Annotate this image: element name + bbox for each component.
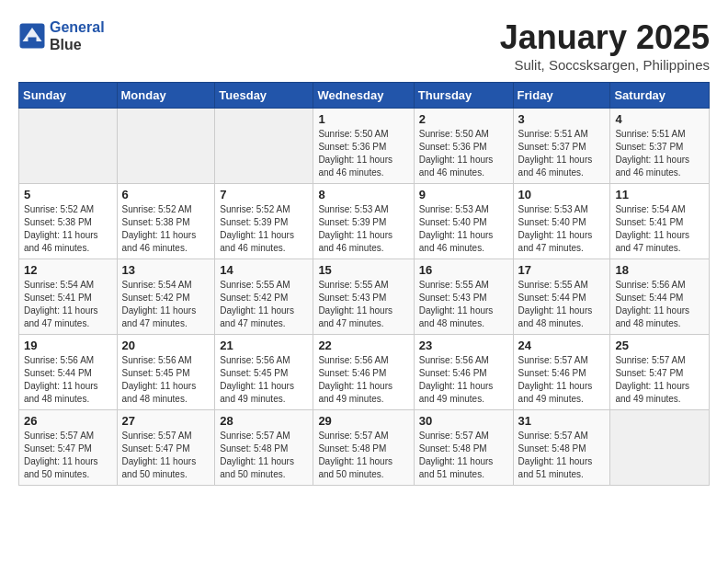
header-cell-sunday: Sunday: [19, 83, 118, 109]
day-info: Sunrise: 5:56 AM Sunset: 5:46 PM Dayligh…: [419, 354, 508, 406]
day-number: 13: [122, 263, 210, 277]
calendar-cell: 25Sunrise: 5:57 AM Sunset: 5:47 PM Dayli…: [610, 335, 710, 410]
day-info: Sunrise: 5:53 AM Sunset: 5:40 PM Dayligh…: [518, 203, 606, 255]
month-title: January 2025: [500, 18, 710, 57]
calendar-cell: 5Sunrise: 5:52 AM Sunset: 5:38 PM Daylig…: [19, 184, 118, 259]
calendar-cell: 9Sunrise: 5:53 AM Sunset: 5:40 PM Daylig…: [414, 184, 513, 259]
day-number: 25: [615, 339, 704, 352]
calendar-cell: 3Sunrise: 5:51 AM Sunset: 5:37 PM Daylig…: [513, 109, 610, 184]
day-number: 3: [518, 112, 606, 126]
calendar-cell: 14Sunrise: 5:55 AM Sunset: 5:42 PM Dayli…: [215, 259, 313, 335]
day-number: 23: [419, 339, 508, 352]
day-info: Sunrise: 5:52 AM Sunset: 5:39 PM Dayligh…: [220, 203, 308, 255]
calendar-cell: 6Sunrise: 5:52 AM Sunset: 5:38 PM Daylig…: [117, 184, 215, 259]
calendar-cell: 22Sunrise: 5:56 AM Sunset: 5:46 PM Dayli…: [313, 335, 414, 410]
calendar-cell: 1Sunrise: 5:50 AM Sunset: 5:36 PM Daylig…: [313, 109, 414, 184]
header-cell-saturday: Saturday: [610, 83, 710, 109]
calendar-cell: 28Sunrise: 5:57 AM Sunset: 5:48 PM Dayli…: [215, 410, 313, 486]
calendar-table: SundayMondayTuesdayWednesdayThursdayFrid…: [18, 82, 710, 486]
calendar-cell: [117, 109, 215, 184]
calendar-cell: 18Sunrise: 5:56 AM Sunset: 5:44 PM Dayli…: [610, 259, 710, 335]
calendar-cell: 19Sunrise: 5:56 AM Sunset: 5:44 PM Dayli…: [19, 335, 118, 410]
day-number: 22: [318, 339, 408, 352]
calendar-cell: 13Sunrise: 5:54 AM Sunset: 5:42 PM Dayli…: [117, 259, 215, 335]
day-number: 2: [419, 112, 508, 126]
day-number: 26: [24, 414, 112, 428]
week-row-4: 19Sunrise: 5:56 AM Sunset: 5:44 PM Dayli…: [19, 335, 710, 410]
day-info: Sunrise: 5:57 AM Sunset: 5:48 PM Dayligh…: [518, 430, 606, 481]
week-row-3: 12Sunrise: 5:54 AM Sunset: 5:41 PM Dayli…: [19, 259, 710, 335]
day-number: 7: [220, 188, 308, 201]
logo: General Blue: [18, 18, 105, 53]
day-info: Sunrise: 5:54 AM Sunset: 5:41 PM Dayligh…: [24, 279, 112, 330]
header-cell-tuesday: Tuesday: [215, 83, 313, 109]
calendar-cell: 4Sunrise: 5:51 AM Sunset: 5:37 PM Daylig…: [610, 109, 710, 184]
day-info: Sunrise: 5:52 AM Sunset: 5:38 PM Dayligh…: [24, 203, 112, 255]
header-cell-thursday: Thursday: [414, 83, 513, 109]
calendar-cell: 17Sunrise: 5:55 AM Sunset: 5:44 PM Dayli…: [513, 259, 610, 335]
day-number: 18: [615, 263, 704, 277]
day-info: Sunrise: 5:54 AM Sunset: 5:42 PM Dayligh…: [122, 279, 210, 330]
day-number: 29: [318, 414, 408, 428]
calendar-cell: 23Sunrise: 5:56 AM Sunset: 5:46 PM Dayli…: [414, 335, 513, 410]
calendar-cell: 7Sunrise: 5:52 AM Sunset: 5:39 PM Daylig…: [215, 184, 313, 259]
header-cell-wednesday: Wednesday: [313, 83, 414, 109]
day-number: 12: [24, 263, 112, 277]
calendar-cell: 16Sunrise: 5:55 AM Sunset: 5:43 PM Dayli…: [414, 259, 513, 335]
day-number: 17: [518, 263, 606, 277]
calendar-cell: 2Sunrise: 5:50 AM Sunset: 5:36 PM Daylig…: [414, 109, 513, 184]
logo-text: General Blue: [50, 18, 105, 53]
day-info: Sunrise: 5:54 AM Sunset: 5:41 PM Dayligh…: [615, 203, 704, 255]
day-number: 28: [220, 414, 308, 428]
day-number: 14: [220, 263, 308, 277]
day-info: Sunrise: 5:56 AM Sunset: 5:46 PM Dayligh…: [318, 354, 408, 406]
header-cell-monday: Monday: [117, 83, 215, 109]
header-cell-friday: Friday: [513, 83, 610, 109]
day-number: 20: [122, 339, 210, 352]
day-number: 19: [24, 339, 112, 352]
day-info: Sunrise: 5:55 AM Sunset: 5:43 PM Dayligh…: [419, 279, 508, 330]
day-info: Sunrise: 5:56 AM Sunset: 5:45 PM Dayligh…: [220, 354, 308, 406]
location-subtitle: Sulit, Soccsksargen, Philippines: [500, 57, 710, 73]
calendar-cell: 24Sunrise: 5:57 AM Sunset: 5:46 PM Dayli…: [513, 335, 610, 410]
calendar-body: 1Sunrise: 5:50 AM Sunset: 5:36 PM Daylig…: [19, 109, 710, 486]
calendar-cell: 20Sunrise: 5:56 AM Sunset: 5:45 PM Dayli…: [117, 335, 215, 410]
day-info: Sunrise: 5:50 AM Sunset: 5:36 PM Dayligh…: [419, 128, 508, 179]
calendar-cell: 15Sunrise: 5:55 AM Sunset: 5:43 PM Dayli…: [313, 259, 414, 335]
logo-line1: General: [50, 19, 105, 35]
day-info: Sunrise: 5:57 AM Sunset: 5:47 PM Dayligh…: [122, 430, 210, 481]
day-number: 15: [318, 263, 408, 277]
day-info: Sunrise: 5:57 AM Sunset: 5:47 PM Dayligh…: [24, 430, 112, 481]
day-info: Sunrise: 5:51 AM Sunset: 5:37 PM Dayligh…: [615, 128, 704, 179]
calendar-cell: 26Sunrise: 5:57 AM Sunset: 5:47 PM Dayli…: [19, 410, 118, 486]
day-info: Sunrise: 5:55 AM Sunset: 5:43 PM Dayligh…: [318, 279, 408, 330]
day-info: Sunrise: 5:56 AM Sunset: 5:44 PM Dayligh…: [24, 354, 112, 406]
day-number: 9: [419, 188, 508, 201]
day-info: Sunrise: 5:55 AM Sunset: 5:42 PM Dayligh…: [220, 279, 308, 330]
day-number: 24: [518, 339, 606, 352]
day-number: 10: [518, 188, 606, 201]
calendar-cell: 10Sunrise: 5:53 AM Sunset: 5:40 PM Dayli…: [513, 184, 610, 259]
day-info: Sunrise: 5:56 AM Sunset: 5:45 PM Dayligh…: [122, 354, 210, 406]
day-info: Sunrise: 5:51 AM Sunset: 5:37 PM Dayligh…: [518, 128, 606, 179]
calendar-cell: 30Sunrise: 5:57 AM Sunset: 5:48 PM Dayli…: [414, 410, 513, 486]
calendar-cell: 11Sunrise: 5:54 AM Sunset: 5:41 PM Dayli…: [610, 184, 710, 259]
day-number: 30: [419, 414, 508, 428]
week-row-1: 1Sunrise: 5:50 AM Sunset: 5:36 PM Daylig…: [19, 109, 710, 184]
day-info: Sunrise: 5:57 AM Sunset: 5:48 PM Dayligh…: [419, 430, 508, 481]
svg-rect-2: [28, 38, 37, 43]
day-info: Sunrise: 5:52 AM Sunset: 5:38 PM Dayligh…: [122, 203, 210, 255]
week-row-5: 26Sunrise: 5:57 AM Sunset: 5:47 PM Dayli…: [19, 410, 710, 486]
day-info: Sunrise: 5:57 AM Sunset: 5:48 PM Dayligh…: [220, 430, 308, 481]
day-number: 4: [615, 112, 704, 126]
day-number: 5: [24, 188, 112, 201]
calendar-cell: 8Sunrise: 5:53 AM Sunset: 5:39 PM Daylig…: [313, 184, 414, 259]
day-number: 11: [615, 188, 704, 201]
logo-icon: [18, 22, 46, 50]
week-row-2: 5Sunrise: 5:52 AM Sunset: 5:38 PM Daylig…: [19, 184, 710, 259]
page-header: General Blue January 2025 Sulit, Soccsks…: [18, 18, 710, 73]
day-number: 8: [318, 188, 408, 201]
day-number: 27: [122, 414, 210, 428]
calendar-header: SundayMondayTuesdayWednesdayThursdayFrid…: [19, 83, 710, 109]
title-block: January 2025 Sulit, Soccsksargen, Philip…: [500, 18, 710, 73]
